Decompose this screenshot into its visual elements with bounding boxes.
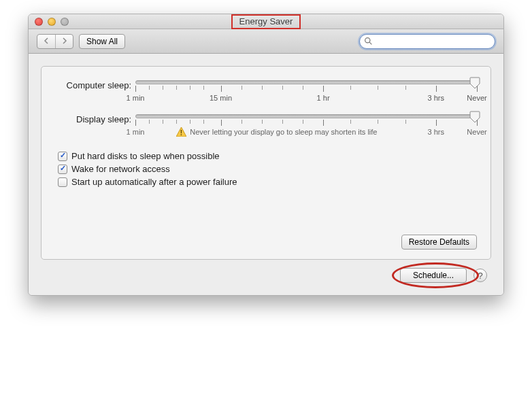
checkbox-group: Put hard disks to sleep when possible Wa… xyxy=(58,151,477,187)
traffic-lights xyxy=(29,18,69,26)
warning-text: Never letting your display go to sleep m… xyxy=(190,128,377,136)
svg-line-1 xyxy=(369,42,371,44)
computer-sleep-row: Computer sleep: xyxy=(55,80,477,103)
checkbox-label: Wake for network access xyxy=(71,164,170,174)
svg-text:!: ! xyxy=(180,129,182,137)
checkbox-label: Put hard disks to sleep when possible xyxy=(71,151,220,161)
startup-power-checkbox[interactable]: Start up automatically after a power fai… xyxy=(58,177,477,187)
computer-sleep-slider[interactable]: 1 min 15 min 1 hr 3 hrs Never xyxy=(135,80,477,103)
close-icon[interactable] xyxy=(35,18,43,26)
slider-ticks xyxy=(135,86,477,94)
window: Energy Saver Show All Computer sleep: xyxy=(28,14,504,296)
hdd-sleep-checkbox[interactable]: Put hard disks to sleep when possible xyxy=(58,151,477,161)
minimize-icon[interactable] xyxy=(48,18,56,26)
search-input[interactable] xyxy=(359,34,495,49)
display-sleep-row: Display sleep: xyxy=(55,114,477,139)
computer-sleep-label: Computer sleep: xyxy=(55,80,135,90)
restore-defaults-button[interactable]: Restore Defaults xyxy=(401,235,477,250)
slider-track xyxy=(135,80,477,84)
svg-point-0 xyxy=(365,37,370,42)
nav-segmented xyxy=(37,34,73,49)
checkbox-icon xyxy=(58,152,67,161)
help-button[interactable]: ? xyxy=(473,269,487,282)
chevron-left-icon xyxy=(43,37,50,44)
titlebar: Energy Saver xyxy=(29,14,503,29)
chevron-right-icon xyxy=(61,37,68,44)
back-button[interactable] xyxy=(37,35,55,48)
slider-ticks xyxy=(135,120,477,128)
forward-button[interactable] xyxy=(55,35,73,48)
settings-panel: Computer sleep: xyxy=(41,66,491,260)
wake-network-checkbox[interactable]: Wake for network access xyxy=(58,164,477,174)
content: Computer sleep: xyxy=(29,54,503,295)
checkbox-label: Start up automatically after a power fai… xyxy=(71,177,237,187)
zoom-icon[interactable] xyxy=(61,18,69,26)
checkbox-icon xyxy=(58,165,67,174)
slider-track xyxy=(135,114,477,118)
window-title: Energy Saver xyxy=(29,14,503,29)
display-sleep-label: Display sleep: xyxy=(55,114,135,124)
search-field[interactable] xyxy=(359,34,495,49)
checkbox-icon xyxy=(58,177,67,187)
window-footer: Schedule... ? xyxy=(41,260,491,286)
schedule-button[interactable]: Schedule... xyxy=(400,268,467,283)
slider-warning-row: 1 min ! Never letting your display go to… xyxy=(135,128,477,139)
show-all-button[interactable]: Show All xyxy=(79,34,125,49)
display-sleep-slider[interactable]: 1 min ! Never letting your display go to… xyxy=(135,114,477,139)
search-icon xyxy=(364,37,373,46)
toolbar: Show All xyxy=(29,29,503,54)
warning-icon: ! xyxy=(176,127,186,138)
slider-labels: 1 min 15 min 1 hr 3 hrs Never xyxy=(135,94,477,103)
